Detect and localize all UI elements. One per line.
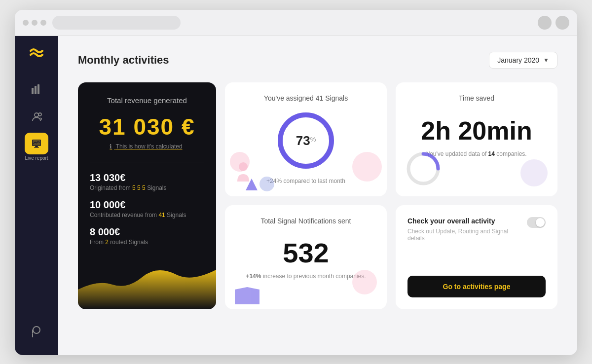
- blob-purple-time: [520, 159, 548, 186]
- notif-subtitle: +14% increase to previous month companie…: [237, 273, 375, 280]
- revenue-item-2-label: Contributed revenue from 41 Signals: [90, 212, 204, 218]
- dropdown-arrow-icon: ▼: [543, 57, 549, 64]
- svg-rect-9: [34, 147, 39, 148]
- browser-buttons: [538, 16, 569, 30]
- activity-toggle[interactable]: [527, 217, 546, 228]
- svg-point-15: [239, 162, 248, 171]
- month-label: January 2020: [497, 56, 539, 64]
- revenue-item-1-amount: 13 030€: [90, 172, 204, 183]
- arrow-up-icon: [245, 178, 259, 191]
- dashboard-grid: Total revenue generated 31 030 € ℹ This …: [78, 82, 557, 309]
- time-card-title: Time saved: [407, 94, 546, 102]
- notifications-card: Total Signal Notifications sent 532 +14%…: [225, 205, 387, 309]
- donut-chart: 73%: [274, 109, 338, 173]
- notif-card-title: Total Signal Notifications sent: [237, 217, 375, 225]
- revenue-item-3-amount: 8 000€: [90, 226, 204, 238]
- sidebar-item-pipedrive[interactable]: [23, 320, 50, 343]
- signals-chart-area: 73% +24% compared to last month: [237, 108, 375, 184]
- svg-point-10: [33, 327, 40, 333]
- revenue-item-3-label: From 2 routed Signals: [90, 239, 204, 246]
- revenue-card-title: Total revenue generated: [90, 96, 204, 105]
- activity-card-header: Check your overall activity Check out Up…: [407, 217, 546, 242]
- time-card: Time saved 2h 20min You've updated data …: [396, 82, 557, 196]
- activity-subtitle: Check out Update, Routing and Signal det…: [407, 228, 527, 242]
- signals-card: You've assigned 41 Signals 73% +24% comp…: [225, 82, 387, 196]
- svg-point-3: [35, 113, 38, 117]
- browser-window: Live report Monthly activities January 2…: [15, 10, 577, 355]
- sidebar-logo: [26, 44, 47, 66]
- svg-marker-16: [246, 179, 258, 190]
- svg-rect-0: [32, 88, 34, 94]
- dot-red: [23, 20, 29, 26]
- signals-subtitle: +24% compared to last month: [266, 178, 345, 184]
- browser-chrome: [15, 10, 577, 36]
- revenue-item-1-label: Originated from 5 5 5 Signals: [90, 184, 204, 191]
- browser-dots: [23, 20, 46, 26]
- activity-card: Check your overall activity Check out Up…: [396, 205, 557, 309]
- revenue-item-2-amount: 10 000€: [90, 199, 204, 211]
- live-report-icon: [25, 133, 48, 154]
- page-title: Monthly activities: [78, 54, 169, 67]
- sidebar-item-users[interactable]: [23, 105, 50, 129]
- go-to-activities-button[interactable]: Go to activities page: [407, 276, 546, 297]
- revenue-item-1: 13 030€ Originated from 5 5 5 Signals: [90, 172, 204, 191]
- address-bar[interactable]: [52, 16, 181, 30]
- svg-rect-11: [32, 333, 33, 337]
- svg-marker-19: [235, 287, 259, 304]
- revenue-amount: 31 030 €: [90, 113, 204, 140]
- arrow-shape-notif: [235, 287, 259, 304]
- sidebar-item-analytics[interactable]: [23, 77, 50, 101]
- revenue-card: Total revenue generated 31 030 € ℹ This …: [78, 82, 216, 309]
- activity-card-title: Check your overall activity: [407, 217, 527, 225]
- dot-green: [40, 20, 46, 26]
- revenue-wave: [78, 250, 216, 309]
- info-icon: ℹ: [110, 143, 112, 150]
- time-value: 2h 20min: [407, 116, 546, 146]
- sidebar: Live report: [15, 36, 58, 355]
- dot-yellow: [32, 20, 37, 26]
- donut-label: 73%: [296, 133, 316, 148]
- browser-btn-1[interactable]: [538, 16, 552, 30]
- revenue-item-3: 8 000€ From 2 routed Signals: [90, 226, 204, 246]
- signals-card-title: You've assigned 41 Signals: [237, 94, 375, 102]
- month-selector[interactable]: January 2020 ▼: [489, 52, 557, 69]
- time-arc-chart: [404, 149, 443, 188]
- sidebar-item-live-report[interactable]: Live report: [19, 133, 54, 161]
- revenue-calc-link[interactable]: ℹ This is how it's calculated: [90, 143, 204, 150]
- svg-point-4: [38, 113, 41, 116]
- svg-rect-2: [37, 84, 39, 94]
- revenue-item-2: 10 000€ Contributed revenue from 41 Sign…: [90, 199, 204, 218]
- notif-value: 532: [237, 237, 375, 269]
- svg-rect-12: [32, 329, 33, 333]
- main-content: Monthly activities January 2020 ▼ Total …: [58, 36, 577, 355]
- page-header: Monthly activities January 2020 ▼: [78, 52, 557, 69]
- svg-rect-8: [35, 146, 38, 147]
- browser-btn-2[interactable]: [555, 16, 569, 30]
- revenue-breakdown: 13 030€ Originated from 5 5 5 Signals 10…: [90, 172, 204, 246]
- app-container: Live report Monthly activities January 2…: [15, 36, 577, 355]
- svg-rect-1: [35, 86, 37, 94]
- sidebar-live-label: Live report: [25, 155, 48, 161]
